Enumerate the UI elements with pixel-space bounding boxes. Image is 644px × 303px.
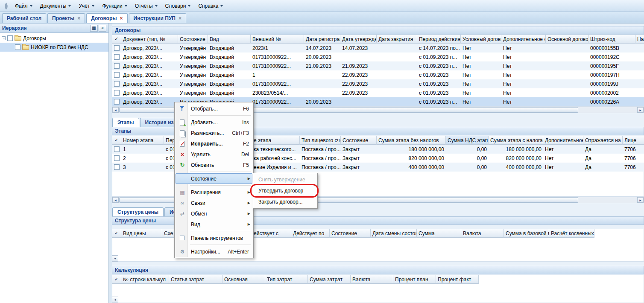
menu-edit[interactable]: Исправить...F2 — [176, 138, 252, 149]
tree-checkbox[interactable] — [15, 44, 20, 50]
column-header[interactable]: Сумма этапа с налогами — [489, 136, 543, 145]
menu-help[interactable]: Справка — [194, 1, 227, 11]
menu-state[interactable]: Состояние▶ — [176, 173, 252, 184]
price-scroll-left-icon[interactable]: ◂ — [112, 255, 118, 262]
scroll-track[interactable] — [579, 107, 637, 113]
scroll-right-icon[interactable]: ▸ — [637, 197, 644, 203]
row-checkbox[interactable] — [114, 146, 120, 152]
column-header[interactable]: Дата смены состоя — [371, 229, 417, 238]
column-header[interactable]: Тип затрат — [265, 275, 308, 284]
column-header[interactable]: № строки калькул — [121, 275, 169, 284]
menu-add[interactable]: Добавить...Ins — [176, 117, 252, 128]
column-header[interactable]: Нало — [635, 35, 644, 44]
row-checkbox[interactable] — [114, 99, 120, 105]
menu-close-contract[interactable]: Закрыть договор... — [254, 196, 316, 207]
column-header[interactable]: Процент факт — [436, 275, 479, 284]
menu-extensions[interactable]: ▦Расширения▶ — [176, 187, 252, 198]
calc-scroll-left-icon[interactable]: ◂ — [112, 297, 118, 303]
column-header[interactable]: Условный договор — [461, 35, 501, 44]
column-header[interactable]: Состояние — [178, 35, 208, 44]
column-header[interactable]: Дополнительное с — [501, 35, 546, 44]
contract-row[interactable]: Договор, 2023/...УтверждёнВходящий017310… — [112, 79, 644, 88]
contract-row[interactable]: Договор, 2023/...УтверждёнВходящий122.09… — [112, 70, 644, 79]
column-header[interactable]: Состояние — [330, 229, 371, 238]
menu-delete[interactable]: ×УдалитьDel — [176, 149, 252, 160]
column-header[interactable]: Документ (тип, № — [121, 35, 178, 44]
tree-item-niokr[interactable]: НИОКР по ГОЗ без НДС — [0, 43, 108, 52]
column-header[interactable]: Дата закрытия — [377, 35, 417, 44]
row-checkbox[interactable] — [114, 81, 120, 87]
menu-accounting[interactable]: Учёт — [75, 1, 98, 11]
column-header[interactable]: ействует с — [252, 229, 291, 238]
column-header[interactable]: Вид — [208, 35, 251, 44]
column-header[interactable]: Валюта — [351, 275, 393, 284]
column-header[interactable]: Лице — [623, 136, 644, 145]
tree-checkbox[interactable] — [7, 35, 13, 41]
menu-reports[interactable]: Отчёты — [131, 1, 161, 11]
tab-projects[interactable]: Проекты× — [47, 13, 85, 23]
tab-price-structure[interactable]: Структура цены — [112, 207, 164, 216]
column-header[interactable]: Валюта — [461, 229, 504, 238]
tree-expander-icon[interactable]: − — [2, 36, 6, 40]
menu-links[interactable]: ∞Связи▶ — [176, 198, 252, 208]
row-checkbox[interactable] — [114, 45, 120, 51]
contract-row[interactable]: Договор, 2023/...УтверждёнВходящий017310… — [112, 61, 644, 70]
menu-file[interactable]: Файл — [11, 1, 36, 11]
row-checkbox[interactable] — [114, 90, 120, 96]
column-header[interactable]: Расчёт косвенных — [549, 229, 594, 238]
collapse-left-icon[interactable]: « — [99, 25, 106, 32]
menu-approve-contract[interactable]: Утвердить договор — [254, 185, 316, 196]
splitter[interactable] — [109, 23, 112, 303]
select-all-header[interactable]: ✓ — [112, 229, 121, 238]
menu-toolbar[interactable]: Панель инструментов — [176, 233, 252, 243]
row-checkbox[interactable] — [114, 63, 120, 69]
column-header[interactable]: Номер этапа — [121, 136, 164, 145]
menu-duplicate[interactable]: Размножить...Ctrl+F3 — [176, 128, 252, 138]
row-checkbox[interactable] — [114, 155, 120, 161]
column-header[interactable]: Сумма — [417, 229, 461, 238]
column-header[interactable]: Дополнительное с — [543, 136, 583, 145]
scroll-right-icon[interactable]: ▸ — [637, 107, 644, 113]
tab-close-icon[interactable]: × — [120, 16, 123, 20]
column-header[interactable]: Период действия — [417, 35, 461, 44]
scroll-left-icon[interactable]: ◂ — [112, 107, 119, 113]
tab-close-icon[interactable]: × — [179, 16, 181, 20]
column-header[interactable]: Дата утверждения — [340, 35, 377, 44]
contract-row[interactable]: Договор, 2023/...УтверждёнВходящий230823… — [112, 88, 644, 97]
column-header[interactable]: Тип лицевого счёт — [300, 136, 341, 145]
contract-row[interactable]: Договор, 2023/...УтверждёнВходящий2023/1… — [112, 44, 644, 52]
menu-view[interactable]: Вид▶ — [176, 219, 252, 230]
menu-dictionaries[interactable]: Словари — [161, 1, 195, 11]
menu-settings[interactable]: ⚙Настройки...Alt+Enter — [176, 246, 252, 257]
tab-pup-instructions[interactable]: Инструкции ПУП× — [129, 13, 186, 23]
contract-row[interactable]: Договор, 2023/...УтверждёнВходящий017310… — [112, 52, 644, 61]
row-checkbox[interactable] — [114, 72, 120, 78]
column-header[interactable]: Основная — [222, 275, 265, 284]
tab-close-icon[interactable]: × — [77, 16, 80, 20]
select-all-header[interactable]: ✓ — [112, 136, 121, 145]
column-header[interactable]: Статья затрат — [169, 275, 222, 284]
menu-documents[interactable]: Документы — [36, 1, 75, 11]
column-header[interactable]: Сумма затрат — [308, 275, 351, 284]
menu-refresh[interactable]: ↻ОбновитьF5 — [176, 160, 252, 170]
select-all-header[interactable]: ✓ — [112, 35, 121, 44]
column-header[interactable]: Отражается на су — [583, 136, 623, 145]
tiles-icon[interactable]: ▦ — [90, 25, 98, 32]
column-header[interactable]: Основной договор — [546, 35, 588, 44]
menu-functions[interactable]: Функции — [98, 1, 131, 11]
column-header[interactable]: Дата регистрации — [304, 35, 340, 44]
column-header[interactable]: Действует по — [291, 229, 330, 238]
column-header[interactable]: Сумма в базовой в — [504, 229, 549, 238]
scroll-track[interactable] — [579, 197, 637, 203]
column-header[interactable]: Штрих-код — [588, 35, 635, 44]
row-checkbox[interactable] — [114, 54, 120, 60]
select-all-header[interactable]: ✓ — [112, 275, 121, 284]
column-header[interactable]: Вид цены — [121, 229, 162, 238]
row-checkbox[interactable] — [114, 164, 120, 170]
column-header[interactable]: е этапа — [252, 136, 300, 145]
menu-exchange[interactable]: ⇄Обмен▶ — [176, 208, 252, 219]
tree-item-contracts[interactable]: −Договоры — [0, 34, 108, 43]
tab-contracts[interactable]: Договоры× — [86, 13, 127, 23]
menu-remove-approval[interactable]: Снять утверждение — [254, 174, 316, 185]
tab-stages[interactable]: Этапы — [112, 118, 139, 127]
